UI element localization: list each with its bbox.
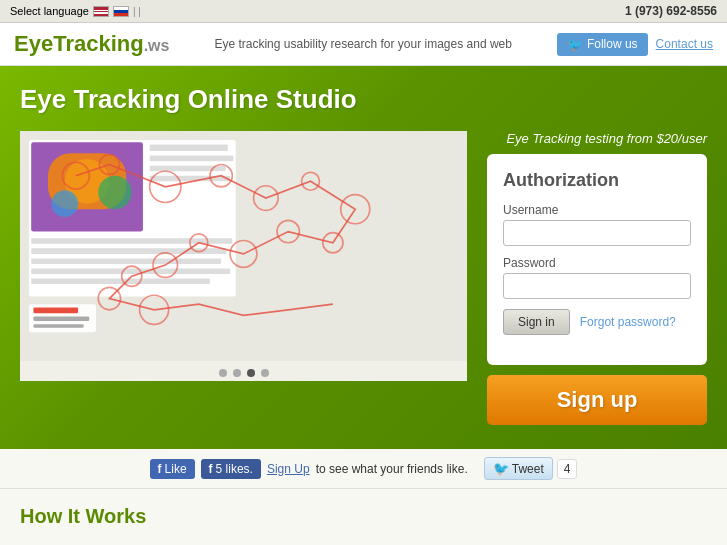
- logo-ws: .ws: [144, 37, 170, 54]
- how-title: How It Works: [20, 505, 707, 528]
- svg-point-5: [98, 176, 132, 210]
- fb-icon-2: f: [209, 462, 213, 476]
- fb-like-button[interactable]: f Like: [150, 459, 195, 479]
- svg-rect-34: [33, 324, 83, 327]
- auth-title: Authorization: [503, 170, 691, 191]
- svg-rect-15: [31, 279, 210, 285]
- follow-button[interactable]: 🐦 Follow us: [557, 33, 648, 56]
- follow-label: Follow us: [587, 37, 638, 51]
- logo-eye: Eye: [14, 31, 53, 56]
- signup-button[interactable]: Sign up: [487, 375, 707, 425]
- fb-like-label: Like: [165, 462, 187, 476]
- logo-tracking: Tracking: [53, 31, 143, 56]
- dot-4[interactable]: [261, 369, 269, 377]
- svg-rect-33: [33, 316, 89, 320]
- phone-number: 1 (973) 692-8556: [625, 4, 717, 18]
- tweet-area: 🐦 Tweet 4: [484, 457, 578, 480]
- signup-container: Sign up: [487, 375, 707, 425]
- language-selector[interactable]: Select language | |: [10, 5, 141, 17]
- flag-ru-icon[interactable]: [113, 6, 129, 17]
- header-tagline: Eye tracking usability research for your…: [214, 37, 511, 51]
- eye-tracking-visualization: [20, 131, 467, 361]
- auth-box: Authorization Username Password Sign in …: [487, 154, 707, 365]
- auth-price-text: Eye Tracking testing from $20/user: [487, 131, 707, 146]
- header-actions: 🐦 Follow us Contact us: [557, 33, 713, 56]
- svg-point-6: [51, 190, 78, 217]
- hero-image-container: [20, 131, 467, 381]
- hero-title: Eye Tracking Online Studio: [20, 84, 707, 115]
- svg-rect-7: [150, 144, 228, 151]
- tweet-count: 4: [557, 459, 578, 479]
- dot-1[interactable]: [219, 369, 227, 377]
- svg-rect-32: [33, 308, 78, 314]
- svg-rect-14: [31, 268, 230, 274]
- svg-rect-13: [31, 258, 221, 264]
- fb-icon: f: [158, 462, 162, 476]
- tweet-button[interactable]: 🐦 Tweet: [484, 457, 553, 480]
- contact-button[interactable]: Contact us: [656, 37, 713, 51]
- carousel-dots: [20, 361, 467, 381]
- twitter-small-icon: 🐦: [493, 461, 509, 476]
- dot-3[interactable]: [247, 369, 255, 377]
- hero-image: [20, 131, 467, 361]
- flag-other: | |: [133, 6, 141, 17]
- signin-button[interactable]: Sign in: [503, 309, 570, 335]
- svg-rect-8: [150, 156, 234, 162]
- header: EyeTracking.ws Eye tracking usability re…: [0, 23, 727, 66]
- fb-signup-link[interactable]: Sign Up: [267, 462, 310, 476]
- hero-section: Eye Tracking Online Studio: [0, 66, 727, 449]
- fb-suffix: to see what your friends like.: [316, 462, 468, 476]
- fb-like-area: f Like f 5 likes. Sign Up to see what yo…: [150, 459, 468, 479]
- social-bar: f Like f 5 likes. Sign Up to see what yo…: [0, 449, 727, 489]
- username-label: Username: [503, 203, 691, 217]
- top-bar: Select language | | 1 (973) 692-8556: [0, 0, 727, 23]
- password-input[interactable]: [503, 273, 691, 299]
- auth-panel: Eye Tracking testing from $20/user Autho…: [487, 131, 707, 425]
- password-label: Password: [503, 256, 691, 270]
- username-input[interactable]: [503, 220, 691, 246]
- tweet-label: Tweet: [512, 462, 544, 476]
- flag-us-icon[interactable]: [93, 6, 109, 17]
- fb-count: 5 likes.: [216, 462, 253, 476]
- dot-2[interactable]: [233, 369, 241, 377]
- select-language-label: Select language: [10, 5, 89, 17]
- twitter-icon: 🐦: [567, 37, 583, 52]
- logo[interactable]: EyeTracking.ws: [14, 31, 169, 57]
- fb-count-button[interactable]: f 5 likes.: [201, 459, 261, 479]
- how-it-works-section: How It Works 1. Sign up for free ✏: [0, 489, 727, 545]
- auth-actions: Sign in Forgot password?: [503, 309, 691, 335]
- hero-content: Eye Tracking testing from $20/user Autho…: [20, 131, 707, 425]
- forgot-password-link[interactable]: Forgot password?: [580, 315, 676, 329]
